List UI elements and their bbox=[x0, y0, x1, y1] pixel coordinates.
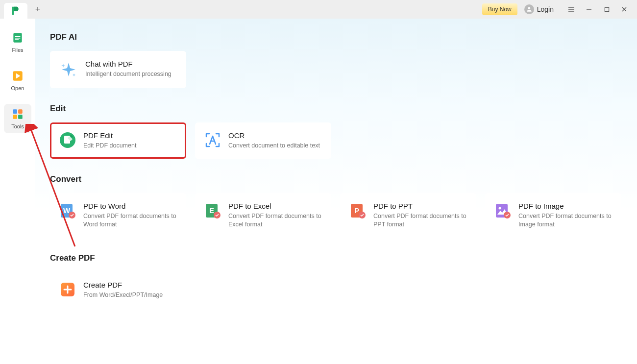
svg-rect-13 bbox=[13, 109, 17, 114]
buy-now-button[interactable]: Buy Now bbox=[482, 3, 517, 15]
maximize-icon bbox=[604, 7, 610, 12]
card-chat-with-pdf[interactable]: Chat with PDF Intelligent document proce… bbox=[50, 51, 186, 88]
card-desc: Convert PDF format documents to Excel fo… bbox=[228, 212, 322, 229]
section-title-edit: Edit bbox=[50, 104, 622, 114]
card-desc: Convert PDF format documents to Image fo… bbox=[518, 212, 612, 229]
card-title: PDF to PPT bbox=[373, 202, 467, 210]
app-logo-icon bbox=[10, 5, 21, 16]
card-pdf-to-excel[interactable]: E PDF to Excel Convert PDF format docume… bbox=[195, 193, 331, 238]
window-controls bbox=[563, 2, 633, 17]
svg-rect-16 bbox=[18, 115, 23, 119]
minimize-icon bbox=[586, 6, 592, 12]
open-icon bbox=[11, 70, 24, 82]
svg-text:P: P bbox=[354, 206, 359, 215]
svg-point-0 bbox=[528, 7, 530, 9]
new-tab-button[interactable]: + bbox=[30, 2, 45, 17]
svg-rect-9 bbox=[15, 36, 21, 37]
card-desc: Edit PDF document bbox=[83, 142, 177, 150]
card-title: PDF to Excel bbox=[228, 202, 322, 210]
close-button[interactable] bbox=[615, 2, 633, 17]
card-desc: Convert PDF format documents to Word for… bbox=[83, 212, 177, 229]
card-title: Create PDF bbox=[83, 281, 177, 289]
card-title: Chat with PDF bbox=[85, 60, 177, 68]
card-title: PDF to Image bbox=[518, 202, 612, 210]
svg-rect-10 bbox=[15, 38, 21, 39]
sidebar-item-files[interactable]: Files bbox=[4, 27, 31, 57]
sidebar-label: Tools bbox=[11, 123, 24, 129]
section-title-pdf-ai: PDF AI bbox=[50, 32, 622, 42]
ppt-icon: P bbox=[349, 202, 367, 219]
sidebar-label: Open bbox=[11, 85, 24, 91]
card-title: OCR bbox=[228, 131, 322, 140]
card-pdf-edit[interactable]: PDF Edit Edit PDF document bbox=[50, 122, 186, 159]
avatar-icon bbox=[524, 4, 534, 14]
login-button[interactable]: Login bbox=[524, 4, 554, 14]
card-desc: Convert document to editable text bbox=[228, 142, 322, 150]
card-desc: From Word/Execl/PPT/Image bbox=[83, 291, 177, 299]
ocr-icon bbox=[204, 131, 221, 149]
section-title-convert: Convert bbox=[50, 174, 622, 184]
minimize-button[interactable] bbox=[580, 2, 598, 17]
svg-rect-11 bbox=[15, 39, 19, 40]
hamburger-icon bbox=[568, 6, 575, 13]
menu-button[interactable] bbox=[563, 2, 580, 17]
image-icon bbox=[494, 202, 512, 219]
close-icon bbox=[621, 6, 627, 12]
sidebar-item-open[interactable]: Open bbox=[4, 66, 31, 95]
section-title-create: Create PDF bbox=[50, 253, 622, 263]
word-icon: W bbox=[59, 202, 76, 219]
login-label: Login bbox=[537, 5, 554, 13]
card-title: PDF Edit bbox=[83, 131, 177, 140]
plus-icon: + bbox=[35, 4, 41, 15]
card-title: PDF to Word bbox=[83, 202, 177, 210]
card-ocr[interactable]: OCR Convert document to editable text bbox=[195, 122, 331, 159]
main-content: PDF AI Chat with PDF Intelligent documen… bbox=[35, 19, 637, 364]
sidebar: Files Open Tools bbox=[0, 19, 35, 364]
svg-text:E: E bbox=[209, 206, 214, 215]
card-pdf-to-image[interactable]: PDF to Image Convert PDF format document… bbox=[485, 193, 621, 238]
sidebar-label: Files bbox=[12, 47, 23, 53]
card-desc: Convert PDF format documents to PPT form… bbox=[373, 212, 467, 229]
card-pdf-to-word[interactable]: W PDF to Word Convert PDF format documen… bbox=[50, 193, 186, 238]
card-pdf-to-ppt[interactable]: P PDF to PPT Convert PDF format document… bbox=[340, 193, 476, 238]
tools-icon bbox=[11, 108, 24, 121]
svg-point-29 bbox=[499, 207, 501, 209]
app-logo-tab[interactable] bbox=[4, 3, 27, 19]
svg-rect-14 bbox=[18, 109, 23, 114]
maximize-button[interactable] bbox=[598, 2, 615, 17]
pdf-edit-icon bbox=[59, 131, 76, 149]
sidebar-item-tools[interactable]: Tools bbox=[4, 104, 31, 133]
create-pdf-icon bbox=[59, 281, 76, 298]
svg-rect-5 bbox=[605, 7, 609, 11]
card-desc: Intelligent document processing bbox=[85, 70, 177, 78]
sparkle-icon bbox=[59, 60, 78, 79]
titlebar: + Buy Now Login bbox=[0, 0, 637, 19]
files-icon bbox=[11, 31, 24, 44]
svg-rect-15 bbox=[13, 115, 17, 119]
excel-icon: E bbox=[204, 202, 221, 219]
card-create-pdf[interactable]: Create PDF From Word/Execl/PPT/Image bbox=[50, 272, 186, 308]
